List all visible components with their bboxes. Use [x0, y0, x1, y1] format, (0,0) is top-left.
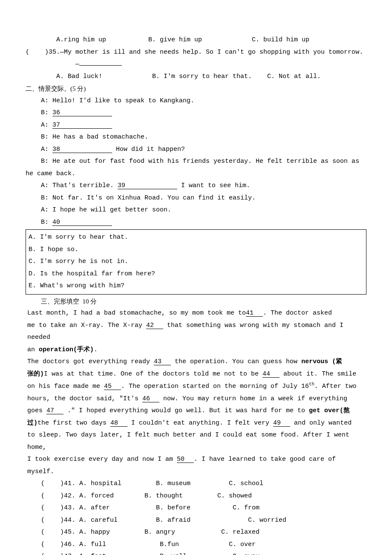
- cl-p2a: me to take an X-ray. The X-ray: [27, 322, 146, 329]
- blank-38[interactable]: 38: [52, 146, 112, 153]
- section2-title: 二、情景交际。(5 分): [26, 83, 366, 95]
- box-opt-b: B. I hope so.: [29, 244, 363, 256]
- cl-nervous: nervous (紧: [301, 358, 342, 365]
- dialog-line-b3-p2: he came back.: [26, 168, 366, 180]
- blank-40-num: 40: [52, 219, 60, 226]
- a4-suffix: I want to see him.: [177, 182, 250, 189]
- blank-49[interactable]: 49: [273, 420, 290, 427]
- a3-prefix: A:: [41, 146, 52, 153]
- dialog-line-a4: A: That's terrible. 39 I want to see him…: [26, 180, 366, 192]
- cl-p6c: . After two: [314, 383, 357, 390]
- cl-p9c: I couldn't eat anything. I felt very: [127, 419, 273, 427]
- cl-p7a: hours, the doctor said, "It's: [27, 395, 142, 402]
- q-options-row: A.ring him up B. give him up C. build hi…: [26, 34, 366, 46]
- cl-p6a: on his face made me: [27, 383, 104, 390]
- ordinal-th: th: [309, 382, 314, 387]
- cloze-passage: Last month, I had a bad stomachache, so …: [26, 307, 366, 478]
- cl-p1a: Last month, I had a bad stomachache, so …: [27, 309, 246, 317]
- cl-getover: get over(熬: [309, 407, 350, 414]
- opt-row-41: ( )41. A. hospital B. museum C. school: [26, 478, 366, 490]
- section3-title: 三、完形填空 10 分: [26, 295, 366, 308]
- blank-47[interactable]: 47: [46, 408, 63, 414]
- blank-40[interactable]: 40: [52, 219, 112, 226]
- box-opt-e: E. What's wrong with him?: [29, 280, 363, 292]
- blank-43[interactable]: 43: [154, 358, 171, 365]
- cl-p3b: .: [94, 346, 98, 353]
- cl-p10: to sleep. Two days later, I felt much be…: [27, 431, 349, 451]
- b1-prefix: B:: [41, 109, 52, 116]
- opt-row-42: ( )42. A. forced B. thought C. showed: [26, 490, 366, 503]
- cl-p6b: . The operation started on the morning o…: [121, 383, 309, 390]
- blank-44[interactable]: 44: [262, 371, 280, 378]
- cl-p11a: I took exercise every day and now I am: [27, 456, 177, 463]
- blank-42[interactable]: 42: [146, 322, 163, 329]
- blank-38-num: 38: [52, 146, 60, 153]
- blank-39[interactable]: 39: [118, 182, 177, 189]
- cl-p1b: . The doctor asked: [263, 309, 332, 317]
- cl-p9a: 过): [27, 419, 37, 427]
- blank-39-num: 39: [118, 182, 125, 189]
- q35-blank[interactable]: [79, 65, 122, 66]
- blank-41[interactable]: 41: [246, 310, 263, 317]
- a3-suffix: How did it happen?: [112, 146, 185, 153]
- dialog-line-b5: B: 40: [26, 217, 366, 229]
- blank-48[interactable]: 48: [110, 420, 127, 427]
- opt-row-47: ( )47. A. fast B. well C. away: [26, 551, 366, 555]
- dialog-line-a2: A: 37: [26, 119, 366, 132]
- opt-row-45: ( )45. A. happy B. angry C. relaxed: [26, 526, 366, 539]
- q35-dash-line: —: [26, 58, 366, 71]
- cl-p5c: about it. The smile: [280, 370, 356, 378]
- b5-prefix: B:: [41, 219, 52, 226]
- blank-37[interactable]: 37: [52, 122, 112, 129]
- options-box: A. I'm sorry to hear that. B. I hope so.…: [26, 229, 366, 295]
- dialog-line-b2: B: He has a bad stomachache.: [26, 131, 366, 144]
- q35-options: A. Bad luck! B. I'm sorry to hear that. …: [26, 71, 366, 83]
- opt-row-44: ( )44. A. careful B. afraid C. worried: [26, 515, 366, 527]
- dialog-line-b4: B: Not far. It's on Xinhua Road. You can…: [26, 192, 366, 205]
- blank-36[interactable]: 36: [52, 110, 112, 116]
- cl-p5b: I was at that time. One of the doctors t…: [44, 370, 262, 378]
- cl-p9b: the first two days: [37, 419, 110, 427]
- box-opt-d: D. Is the hospital far from here?: [29, 268, 363, 280]
- dialog-line-a1: A: Hello! I'd like to speak to Kangkang.: [26, 95, 366, 107]
- a4-prefix: A: That's terrible.: [41, 182, 118, 189]
- blank-45[interactable]: 45: [104, 383, 121, 390]
- dialog-line-a5: A: I hope he will get better soon.: [26, 204, 366, 217]
- opt-row-43: ( )43. A. after B. before C. from: [26, 502, 366, 515]
- cl-p3a: an: [27, 346, 39, 353]
- cl-p5a: 张的): [27, 370, 44, 378]
- q35-stem: ( )35.—My mother is ill and she needs he…: [26, 46, 366, 59]
- q35-dash: —: [41, 61, 79, 68]
- dialog-line-b3-p1: B: He ate out for fast food with his fri…: [26, 156, 366, 168]
- blank-36-num: 36: [52, 109, 60, 116]
- blank-46[interactable]: 46: [142, 396, 159, 402]
- dialog-line-a3: A: 38 How did it happen?: [26, 144, 366, 156]
- cl-p7b: now. You may return home in a week if ev…: [159, 395, 347, 402]
- a2-prefix: A:: [41, 121, 52, 129]
- box-opt-a: A. I'm sorry to hear that.: [29, 231, 363, 244]
- cl-p4b: the operation. You can guess how: [171, 358, 301, 365]
- blank-37-num: 37: [52, 121, 60, 129]
- blank-50[interactable]: 50: [177, 456, 194, 463]
- opt-row-46: ( )46. A. full B.fun C. over: [26, 539, 366, 551]
- cl-p8a: goes: [27, 407, 46, 414]
- box-opt-c: C. I'm sorry he is not in.: [29, 256, 363, 268]
- dialog-line-b1: B: 36: [26, 107, 366, 119]
- cl-p4a: The doctors got everything ready: [27, 358, 154, 365]
- cl-p9d: and only wanted: [290, 419, 352, 427]
- cl-operation: operation(手术): [39, 346, 94, 353]
- cl-p8b: ." I hoped everything would go well. But…: [63, 407, 309, 414]
